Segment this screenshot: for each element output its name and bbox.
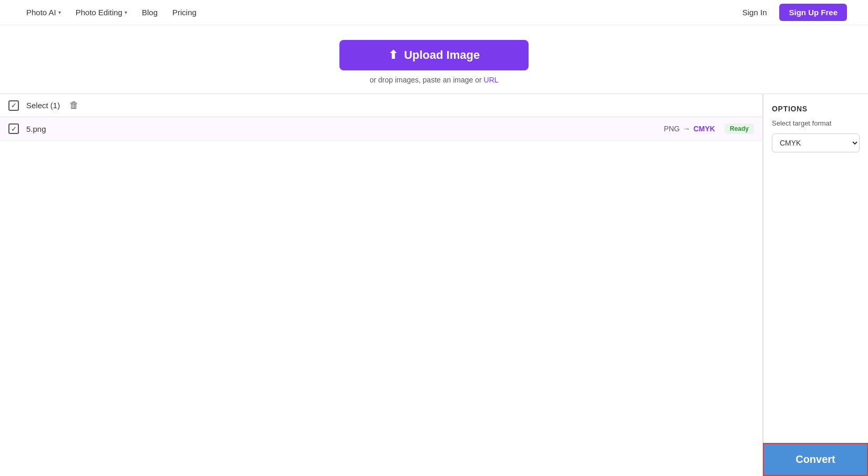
format-select[interactable]: CMYK PNG JPG WEBP PDF xyxy=(772,133,860,152)
sign-up-button[interactable]: Sign Up Free xyxy=(779,4,847,21)
url-link[interactable]: URL xyxy=(484,76,499,84)
select-format-label: Select target format xyxy=(772,119,860,127)
status-badge: Ready xyxy=(725,123,754,134)
checkmark-icon: ✓ xyxy=(11,125,17,133)
nav-label-photo-editing: Photo Editing xyxy=(76,8,122,17)
convert-button[interactable]: Convert xyxy=(763,443,868,476)
select-all-checkbox[interactable]: ✓ xyxy=(8,100,19,111)
nav-right: Sign In Sign Up Free xyxy=(736,4,847,21)
chevron-down-icon: ▾ xyxy=(125,9,127,15)
sign-in-button[interactable]: Sign In xyxy=(736,5,773,20)
file-list-panel: ✓ Select (1) 🗑 ✓ 5.png PNG → CMYK Ready xyxy=(0,94,763,476)
options-title: OPTIONS xyxy=(772,105,860,113)
nav-item-photo-editing[interactable]: Photo Editing ▾ xyxy=(70,0,132,25)
source-format: PNG xyxy=(664,125,679,133)
nav-label-blog: Blog xyxy=(142,8,158,17)
arrow-icon: → xyxy=(683,125,690,133)
upload-image-button[interactable]: ⬆ Upload Image xyxy=(339,40,529,70)
convert-section: Convert xyxy=(763,443,868,476)
chevron-down-icon: ▾ xyxy=(58,9,61,15)
main-content: ✓ Select (1) 🗑 ✓ 5.png PNG → CMYK Ready … xyxy=(0,94,868,476)
file-checkbox[interactable]: ✓ xyxy=(8,123,19,134)
target-format: CMYK xyxy=(694,125,715,133)
nav-item-pricing[interactable]: Pricing xyxy=(167,0,202,25)
nav-label-pricing: Pricing xyxy=(172,8,197,17)
nav-item-photo-ai[interactable]: Photo AI ▾ xyxy=(21,0,66,25)
upload-button-label: Upload Image xyxy=(404,48,480,62)
select-label: Select (1) xyxy=(26,101,60,110)
nav-left: Photo AI ▾ Photo Editing ▾ Blog Pricing xyxy=(21,0,202,25)
options-panel: OPTIONS Select target format CMYK PNG JP… xyxy=(763,94,868,476)
table-row: ✓ 5.png PNG → CMYK Ready xyxy=(0,117,762,141)
file-name: 5.png xyxy=(26,125,664,133)
upload-icon: ⬆ xyxy=(388,48,398,62)
nav-label-photo-ai: Photo AI xyxy=(26,8,56,17)
nav-item-blog[interactable]: Blog xyxy=(137,0,163,25)
delete-button[interactable]: 🗑 xyxy=(69,100,79,111)
trash-icon: 🗑 xyxy=(69,100,79,111)
file-conversion: PNG → CMYK xyxy=(664,125,715,133)
upload-subtext: or drop images, paste an image or URL xyxy=(369,76,498,84)
checkmark-icon: ✓ xyxy=(11,101,17,109)
navbar: Photo AI ▾ Photo Editing ▾ Blog Pricing … xyxy=(0,0,868,25)
upload-area: ⬆ Upload Image or drop images, paste an … xyxy=(0,25,868,94)
file-list-header: ✓ Select (1) 🗑 xyxy=(0,94,762,117)
